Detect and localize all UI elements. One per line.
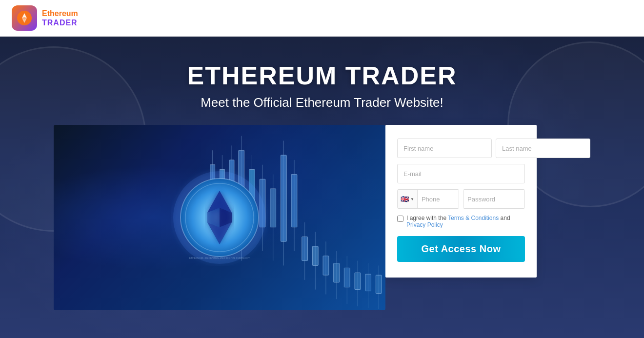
country-selector[interactable]: 🇬🇧 ▼ <box>398 190 418 208</box>
svg-rect-17 <box>270 189 276 227</box>
svg-rect-33 <box>355 273 361 289</box>
hero-subtitle: Meet the Official Ethereum Trader Websit… <box>187 95 457 110</box>
email-input[interactable] <box>397 164 525 183</box>
eth-coin-svg: ETHEREUM • DECENTRALIZED DIGITAL CURRENC… <box>171 169 268 266</box>
get-access-button[interactable]: Get Access Now <box>397 236 525 262</box>
first-name-input[interactable] <box>397 139 492 158</box>
registration-form: 🇬🇧 ▼ <box>385 125 537 278</box>
logo-text: Ethereum TRADER <box>42 9 78 27</box>
site-header: Ethereum TRADER <box>0 0 644 37</box>
svg-rect-23 <box>302 237 308 260</box>
hero-section: ETHEREUM TRADER Meet the Official Ethere… <box>0 37 644 338</box>
svg-rect-37 <box>376 275 382 293</box>
eth-coin: ETHEREUM • DECENTRALIZED DIGITAL CURRENC… <box>171 169 268 266</box>
password-input[interactable] <box>463 190 525 208</box>
last-name-input[interactable] <box>496 139 590 158</box>
svg-rect-21 <box>291 174 297 227</box>
logo-name-line1: Ethereum <box>42 9 78 18</box>
password-input-group <box>463 189 525 209</box>
flag-icon: 🇬🇧 <box>401 195 409 203</box>
svg-rect-25 <box>312 246 318 265</box>
svg-rect-19 <box>281 155 286 241</box>
name-row <box>397 139 525 158</box>
hero-content: ETHEREUM • DECENTRALIZED DIGITAL CURRENC… <box>54 125 590 310</box>
logo-name-line2: TRADER <box>42 18 78 27</box>
svg-rect-35 <box>365 274 371 291</box>
terms-checkbox[interactable] <box>397 216 403 222</box>
logo-icon <box>12 5 37 31</box>
phone-password-row: 🇬🇧 ▼ <box>397 189 525 209</box>
svg-rect-29 <box>334 263 340 282</box>
terms-row: I agree with the Terms & Conditions and … <box>397 215 525 228</box>
hero-title: ETHEREUM TRADER <box>187 61 457 90</box>
eth-image-card: ETHEREUM • DECENTRALIZED DIGITAL CURRENC… <box>54 125 385 310</box>
svg-text:ETHEREUM • DECENTRALIZED DIGIT: ETHEREUM • DECENTRALIZED DIGITAL CURRENC… <box>189 257 250 259</box>
terms-conditions-link[interactable]: Terms & Conditions <box>448 215 499 221</box>
logo[interactable]: Ethereum TRADER <box>12 5 78 31</box>
privacy-policy-link[interactable]: Privacy Policy <box>406 221 443 228</box>
dropdown-arrow-icon: ▼ <box>410 197 414 201</box>
svg-rect-31 <box>344 268 350 287</box>
phone-input-group: 🇬🇧 ▼ <box>397 189 459 209</box>
hero-titles: ETHEREUM TRADER Meet the Official Ethere… <box>187 37 457 110</box>
svg-rect-27 <box>323 256 329 275</box>
terms-text: I agree with the Terms & Conditions and … <box>406 215 525 228</box>
phone-input[interactable] <box>418 190 459 208</box>
eth-logo-svg <box>17 11 32 25</box>
